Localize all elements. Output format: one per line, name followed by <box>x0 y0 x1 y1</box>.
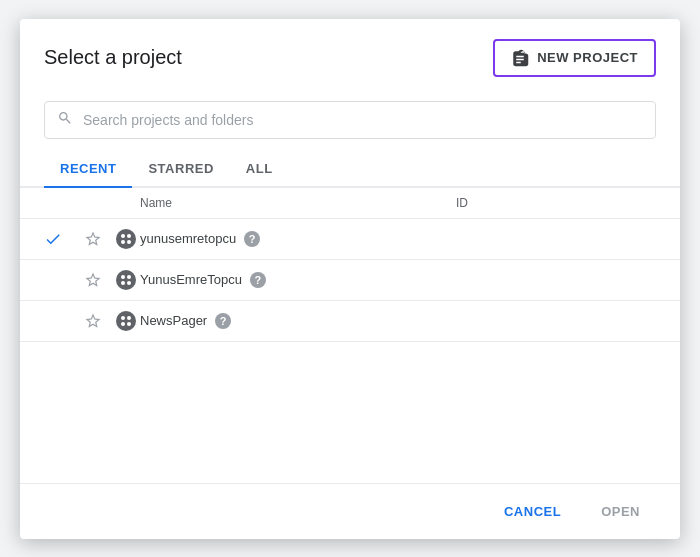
table-section: Name ID <box>20 188 680 483</box>
cancel-button[interactable]: CANCEL <box>488 496 577 527</box>
help-icon[interactable]: ? <box>244 231 260 247</box>
project-name: NewsPager ? <box>140 313 456 329</box>
col-id-header: ID <box>456 196 656 210</box>
project-type-icon <box>112 229 140 249</box>
new-project-icon <box>511 49 529 67</box>
help-icon[interactable]: ? <box>250 272 266 288</box>
dialog-footer: CANCEL OPEN <box>20 483 680 539</box>
open-button[interactable]: OPEN <box>585 496 656 527</box>
select-project-dialog: Select a project NEW PROJECT RECENT STAR… <box>20 19 680 539</box>
tab-all[interactable]: ALL <box>230 151 289 188</box>
col-name-header: Name <box>140 196 456 210</box>
project-type-icon <box>112 311 140 331</box>
project-name: YunusEmreTopcu ? <box>140 272 456 288</box>
table-header: Name ID <box>20 188 680 219</box>
search-icon <box>57 110 73 130</box>
selected-check-icon <box>44 230 84 248</box>
star-icon[interactable] <box>84 271 112 289</box>
project-type-icon <box>112 270 140 290</box>
star-icon[interactable] <box>84 230 112 248</box>
search-input[interactable] <box>83 112 643 128</box>
tabs-section: RECENT STARRED ALL <box>20 151 680 188</box>
project-name: yunusemretopcu ? <box>140 231 456 247</box>
new-project-label: NEW PROJECT <box>537 50 638 65</box>
tabs: RECENT STARRED ALL <box>44 151 656 186</box>
table-row[interactable]: yunusemretopcu ? <box>20 219 680 260</box>
table-row[interactable]: YunusEmreTopcu ? <box>20 260 680 301</box>
star-icon[interactable] <box>84 312 112 330</box>
table-row[interactable]: NewsPager ? <box>20 301 680 342</box>
search-box <box>44 101 656 139</box>
tab-starred[interactable]: STARRED <box>132 151 229 188</box>
search-section <box>20 93 680 151</box>
new-project-button[interactable]: NEW PROJECT <box>493 39 656 77</box>
tab-recent[interactable]: RECENT <box>44 151 132 188</box>
dialog-header: Select a project NEW PROJECT <box>20 19 680 93</box>
help-icon[interactable]: ? <box>215 313 231 329</box>
dialog-title: Select a project <box>44 46 182 69</box>
